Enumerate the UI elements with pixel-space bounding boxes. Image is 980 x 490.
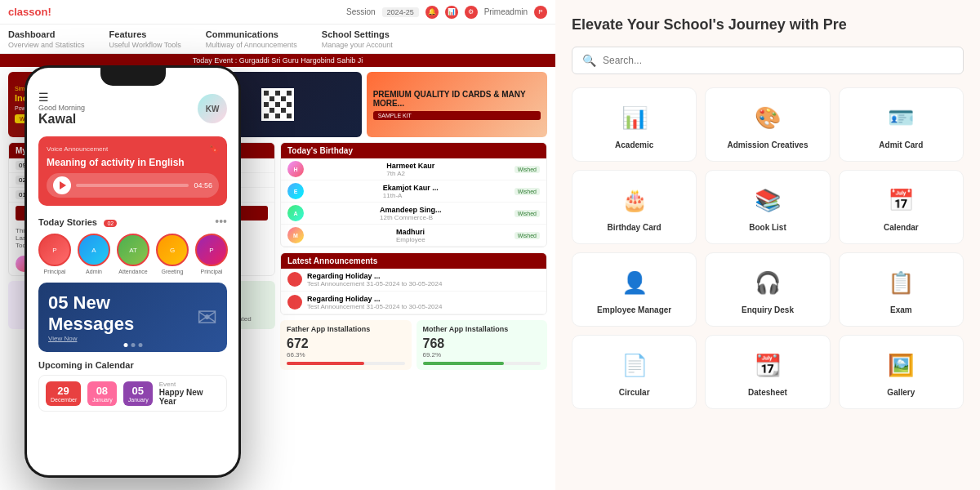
father-progress-fill: [287, 362, 364, 365]
circular-icon: 📄: [617, 347, 653, 383]
calendar-section: Upcoming in Calendar 29 December 08 Janu…: [38, 360, 227, 412]
stories-count-badge: 02: [104, 220, 117, 227]
right-panel: Elevate Your School's Journey with Pre 🔍…: [555, 0, 980, 490]
employee-manager-label: Employee Manager: [581, 305, 688, 314]
feature-calendar[interactable]: 📅 Calendar: [839, 170, 964, 244]
menu-item-communications[interactable]: Communications Multiway of Announcements: [206, 29, 297, 49]
dot-3[interactable]: [138, 343, 142, 347]
admit-card-icon: 🪪: [883, 100, 919, 136]
story-item[interactable]: G Greeting: [156, 234, 189, 274]
mobile-header-left: ☰ Good Morning Kawal: [38, 91, 85, 127]
stories-title: Today Stories: [38, 217, 97, 227]
bday-avatar: E: [287, 183, 304, 199]
logo-text: classon!: [8, 6, 51, 18]
story-item[interactable]: P Principal: [195, 234, 228, 274]
premium-banner[interactable]: PREMIUM QUALITY ID CARDS & MANY MORE... …: [367, 72, 547, 137]
story-item[interactable]: A Admin: [78, 234, 110, 274]
app-logo: classon!: [8, 6, 51, 18]
profile-avatar[interactable]: P: [534, 6, 547, 19]
feature-circular[interactable]: 📄 Circular: [572, 335, 697, 409]
right-panel-title: Elevate Your School's Journey with Pre: [572, 16, 964, 33]
feature-datesheet[interactable]: 📆 Datesheet: [705, 335, 830, 409]
mobile-screen: ☰ Good Morning Kawal KW Voice Announceme…: [27, 68, 238, 475]
left-panel: classon! Session 2024-25 🔔 📊 ⚙ Primeadmi…: [0, 0, 555, 490]
username-text: Kawal: [38, 112, 85, 127]
play-button[interactable]: [53, 176, 71, 194]
hamburger-icon[interactable]: ☰: [38, 91, 85, 104]
messages-count: 05 New Messages: [48, 292, 197, 335]
feature-enquiry-desk[interactable]: 🎧 Enquiry Desk: [705, 252, 830, 327]
birthday-card-icon: 🎂: [617, 182, 653, 218]
notifications-icon[interactable]: 🔔: [425, 6, 439, 19]
admin-label: Primeadmin: [484, 7, 528, 16]
birthday-item: H Harmeet Kaur 7th A2 Wished: [281, 158, 546, 180]
gallery-icon: 🖼️: [883, 347, 919, 383]
menu-item-features[interactable]: Features Useful Workflow Tools: [109, 29, 181, 49]
mobile-avatar[interactable]: KW: [198, 94, 227, 123]
waveform: [76, 184, 189, 187]
premium-title: PREMIUM QUALITY ID CARDS & MANY MORE...: [373, 90, 541, 108]
stories-title-wrap: Today Stories 02: [38, 214, 117, 229]
wished-badge: Wished: [514, 188, 540, 195]
enquiry-desk-label: Enquiry Desk: [714, 305, 821, 314]
calendar-event[interactable]: 29 December 08 January 05 January Even: [38, 375, 227, 412]
right-col: Today's Birthday H Harmeet Kaur 7th A2 W…: [280, 142, 547, 482]
birthday-header: Today's Birthday: [281, 143, 546, 158]
feature-admit-card[interactable]: 🪪 Admit Card: [839, 87, 964, 162]
bday-info: Ekamjot Kaur ... 11th-A: [383, 184, 439, 199]
calendar-label: Calendar: [848, 223, 955, 232]
play-icon: [60, 181, 66, 189]
session-badge[interactable]: 2024-25: [382, 7, 419, 17]
menu-item-dashboard[interactable]: Dashboard Overview and Statistics: [8, 29, 85, 49]
stories-row: P Principal A Admin AT Attendance G: [38, 234, 227, 274]
feature-gallery[interactable]: 🖼️ Gallery: [839, 335, 964, 409]
messages-card[interactable]: 05 New Messages View Now ✉: [38, 283, 227, 352]
view-now-link[interactable]: View Now: [48, 335, 197, 342]
qr-code: [261, 88, 294, 121]
mother-installs: Mother App Installations 768 69.2%: [416, 320, 548, 370]
messages-info: 05 New Messages View Now: [48, 292, 197, 342]
birthday-card-label: Birthday Card: [581, 223, 688, 232]
navbar: classon! Session 2024-25 🔔 📊 ⚙ Primeadmi…: [0, 0, 555, 24]
mother-progress-bar: [423, 362, 541, 365]
dot-1[interactable]: [123, 343, 127, 347]
dot-2[interactable]: [131, 343, 135, 347]
academic-icon: 📊: [617, 100, 653, 136]
voice-header: Voice Announcement 🔖: [47, 145, 219, 154]
father-installs: Father App Installations 672 66.3%: [280, 320, 412, 370]
birthday-item: A Amandeep Sing... 12th Commerce-B Wishe…: [281, 203, 546, 225]
announcement-item: Regarding Holiday ... Test Announcement …: [281, 292, 546, 314]
gallery-label: Gallery: [848, 388, 955, 397]
datesheet-label: Datesheet: [714, 388, 821, 397]
search-input[interactable]: [603, 55, 953, 66]
menubar: Dashboard Overview and Statistics Featur…: [0, 24, 555, 54]
search-bar[interactable]: 🔍: [572, 47, 964, 74]
story-item[interactable]: P Principal: [38, 234, 71, 274]
feature-grid: 📊 Academic 🎨 Admission Creatives 🪪 Admit…: [572, 87, 964, 409]
feature-academic[interactable]: 📊 Academic: [572, 87, 697, 162]
bookmark-icon[interactable]: 🔖: [209, 145, 219, 154]
feature-birthday-card[interactable]: 🎂 Birthday Card: [572, 170, 697, 244]
event-label: Event: [159, 381, 220, 388]
calendar-title: Upcoming in Calendar: [38, 360, 227, 370]
story-label: Principal: [195, 269, 228, 274]
feature-book-list[interactable]: 📚 Book List: [705, 170, 830, 244]
story-item[interactable]: AT Attendance: [117, 234, 149, 274]
feature-employee-manager[interactable]: 👤 Employee Manager: [572, 252, 697, 327]
admission-creatives-label: Admission Creatives: [714, 140, 821, 149]
story-label: Admin: [78, 269, 110, 274]
feature-admission-creatives[interactable]: 🎨 Admission Creatives: [705, 87, 830, 162]
carousel-dots: [123, 343, 142, 347]
bell-icon[interactable]: ⚙: [465, 6, 478, 19]
envelope-icon: ✉: [197, 303, 217, 332]
stories-more-icon[interactable]: •••: [215, 215, 227, 228]
feature-exam[interactable]: 📋 Exam: [839, 252, 964, 327]
stats-icon[interactable]: 📊: [445, 6, 458, 19]
ann-icon: [287, 272, 302, 287]
search-icon: 🔍: [582, 54, 596, 67]
birthday-item: M Madhuri Employee Wished: [281, 225, 546, 247]
stories-header: Today Stories 02 •••: [38, 214, 227, 229]
menu-item-settings[interactable]: School Settings Manage your Account: [322, 29, 393, 49]
premium-cta[interactable]: SAMPLE KIT: [373, 111, 541, 120]
voice-player[interactable]: 04:56: [47, 173, 219, 198]
